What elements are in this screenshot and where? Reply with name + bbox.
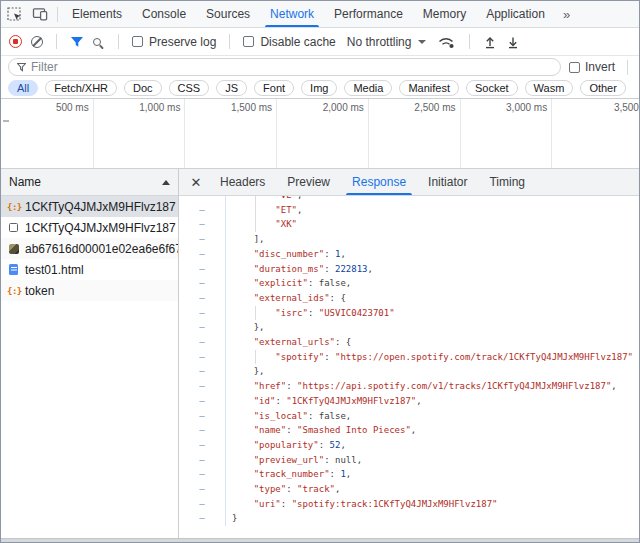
fold-marker[interactable]: – (179, 196, 226, 203)
fold-marker[interactable]: – (179, 217, 226, 232)
export-har-icon[interactable] (506, 35, 520, 49)
fold-marker[interactable]: – (179, 276, 226, 291)
name-column-header[interactable]: Name (9, 175, 41, 189)
fold-marker[interactable]: – (179, 394, 226, 409)
preserve-log-label: Preserve log (149, 35, 216, 49)
timeline-tick-label: 3,000 ms (506, 102, 547, 113)
fold-marker[interactable]: – (179, 335, 226, 350)
fold-marker[interactable]: – (179, 291, 226, 306)
fold-marker[interactable]: – (179, 423, 226, 438)
detail-tab-preview[interactable]: Preview (276, 169, 341, 195)
request-row[interactable]: {:}1CKfTyQ4JMJxM9HFlvz187 (1, 196, 178, 217)
document-icon (9, 264, 18, 275)
fold-marker[interactable]: – (179, 203, 226, 218)
fold-marker[interactable]: – (179, 232, 226, 247)
chip-manifest[interactable]: Manifest (399, 80, 459, 96)
chip-all[interactable]: All (8, 80, 38, 96)
clear-network-log-icon[interactable] (31, 36, 43, 48)
invert-checkbox[interactable] (569, 62, 580, 73)
fold-marker[interactable]: – (179, 350, 226, 365)
code-text: "name": "Smashed Into Pieces", (226, 423, 416, 438)
detail-tab-headers[interactable]: Headers (209, 169, 276, 195)
preserve-log-checkbox[interactable] (132, 36, 143, 47)
request-row[interactable]: 1CKfTyQ4JMJxM9HFlvz187 (1, 217, 178, 238)
fold-marker[interactable]: – (179, 262, 226, 277)
fold-marker[interactable]: – (179, 379, 226, 394)
request-row[interactable]: test01.html (1, 259, 178, 280)
network-overview-timeline[interactable]: 500 ms1,000 ms1,500 ms2,000 ms2,500 ms3,… (1, 99, 639, 169)
code-line: – "external_ids": { (179, 291, 639, 306)
code-text: "isrc": "USVIC0423701" (226, 306, 395, 321)
detail-tab-initiator[interactable]: Initiator (417, 169, 478, 195)
tab-performance[interactable]: Performance (324, 1, 413, 27)
more-tabs-chevron-icon[interactable]: » (555, 1, 577, 27)
chip-other[interactable]: Other (580, 80, 626, 96)
tab-sources[interactable]: Sources (196, 1, 260, 27)
tab-console[interactable]: Console (132, 1, 196, 27)
chip-font[interactable]: Font (254, 80, 294, 96)
devtools-window: ElementsConsoleSourcesNetworkPerformance… (0, 0, 640, 543)
network-conditions-icon[interactable] (437, 35, 456, 49)
main-tabs: ElementsConsoleSourcesNetworkPerformance… (62, 1, 555, 27)
detail-tab-response[interactable]: Response (341, 169, 417, 195)
code-line: – "type": "track", (179, 482, 639, 497)
chevron-down-icon (418, 40, 426, 44)
fold-marker[interactable]: – (179, 364, 226, 379)
fold-marker[interactable]: – (179, 438, 226, 453)
preserve-log-toggle[interactable]: Preserve log (132, 35, 216, 49)
code-line: – ], (179, 232, 639, 247)
fold-marker[interactable]: – (179, 453, 226, 468)
request-row[interactable]: {:}token (1, 280, 178, 301)
timeline-gridline (276, 99, 277, 168)
overview-tick (3, 120, 9, 122)
request-row[interactable]: ab67616d00001e02ea6e6f676... (1, 238, 178, 259)
chip-doc[interactable]: Doc (124, 80, 162, 96)
inspect-element-icon[interactable] (1, 1, 27, 27)
throttling-dropdown[interactable]: No throttling (345, 35, 429, 49)
request-detail-panel: ✕ HeadersPreviewResponseInitiatorTiming … (179, 169, 639, 538)
fold-marker[interactable]: – (179, 467, 226, 482)
code-line: – "disc_number": 1, (179, 247, 639, 262)
fold-marker[interactable]: – (179, 320, 226, 335)
timeline-gridline (184, 99, 185, 168)
invert-toggle[interactable]: Invert (569, 60, 615, 74)
request-type-filters: AllFetch/XHRDocCSSJSFontImgMediaManifest… (1, 78, 639, 99)
fold-marker[interactable]: – (179, 497, 226, 512)
json-icon: {:} (7, 286, 20, 296)
chip-css[interactable]: CSS (169, 80, 210, 96)
import-har-icon[interactable] (483, 35, 497, 49)
disable-cache-checkbox[interactable] (243, 36, 254, 47)
response-json: – "VE",– "ET",– "XK"– ],– "disc_number":… (179, 196, 639, 526)
fold-marker[interactable]: – (179, 409, 226, 424)
fold-marker[interactable]: – (179, 511, 226, 526)
requests-header[interactable]: Name (1, 169, 178, 196)
chip-socket[interactable]: Socket (466, 80, 518, 96)
timeline-tick-label: 1,000 ms (139, 102, 180, 113)
detail-tab-timing[interactable]: Timing (478, 169, 536, 195)
chip-img[interactable]: Img (301, 80, 337, 96)
tab-memory[interactable]: Memory (413, 1, 476, 27)
code-text: "VE", (226, 196, 302, 203)
close-icon[interactable]: ✕ (183, 175, 209, 190)
chip-fetch-xhr[interactable]: Fetch/XHR (45, 80, 117, 96)
chip-wasm[interactable]: Wasm (525, 80, 574, 96)
chip-media[interactable]: Media (344, 80, 392, 96)
search-icon[interactable] (93, 38, 101, 46)
tab-network[interactable]: Network (260, 1, 324, 27)
code-text: "type": "track", (226, 482, 340, 497)
code-line: – "uri": "spotify:track:1CKfTyQ4JMJxM9HF… (179, 497, 639, 512)
record-network-log-icon[interactable] (9, 35, 22, 48)
disable-cache-toggle[interactable]: Disable cache (243, 35, 335, 49)
filter-input[interactable] (31, 60, 552, 74)
filter-funnel-icon[interactable] (70, 36, 84, 48)
filter-input-container[interactable] (8, 58, 561, 76)
divider (469, 34, 470, 49)
device-toolbar-icon[interactable] (27, 1, 53, 27)
fold-marker[interactable]: – (179, 247, 226, 262)
fold-marker[interactable]: – (179, 482, 226, 497)
tab-application[interactable]: Application (476, 1, 555, 27)
fold-marker[interactable]: – (179, 306, 226, 321)
tab-elements[interactable]: Elements (62, 1, 132, 27)
chip-js[interactable]: JS (216, 80, 247, 96)
request-name: token (25, 284, 54, 298)
